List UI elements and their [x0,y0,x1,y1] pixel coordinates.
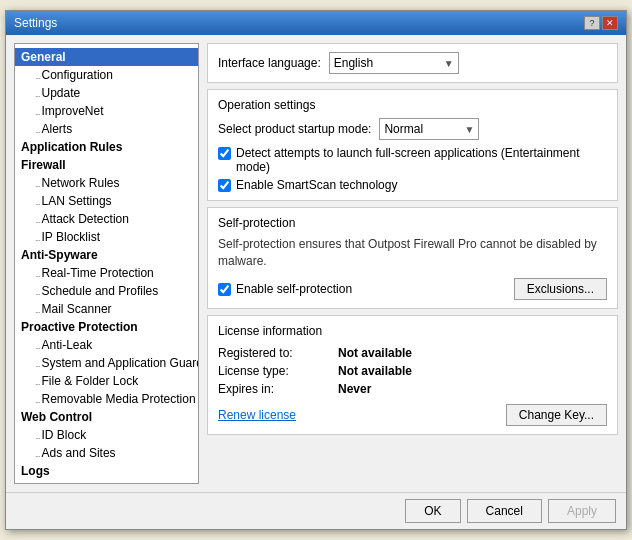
help-button[interactable]: ? [584,16,600,30]
title-bar-buttons: ? ✕ [584,16,618,30]
sidebar-item-schedule-profiles[interactable]: Schedule and Profiles [15,282,198,300]
sidebar-item-general[interactable]: General [15,48,198,66]
self-protection-title: Self-protection [218,216,607,230]
dropdown-arrow-icon: ▼ [444,58,454,69]
checkbox-smartscan-row: Enable SmartScan technology [218,178,607,192]
sidebar-item-file-folder-lock[interactable]: File & Folder Lock [15,372,198,390]
interface-section: Interface language: English ▼ [207,43,618,83]
sidebar-item-proactive-protection[interactable]: Proactive Protection [15,318,198,336]
sidebar-item-ads-sites[interactable]: Ads and Sites [15,444,198,462]
sidebar-item-ip-blocklist[interactable]: IP Blocklist [15,228,198,246]
startup-mode-row: Select product startup mode: Normal ▼ [218,118,607,140]
sidebar-item-anti-spyware[interactable]: Anti-Spyware [15,246,198,264]
license-type-row: License type: Not available [218,362,607,380]
sidebar-item-firewall[interactable]: Firewall [15,156,198,174]
operation-section: Operation settings Select product startu… [207,89,618,201]
license-type-label: License type: [218,362,338,380]
expires-value: Never [338,380,607,398]
license-table: Registered to: Not available License typ… [218,344,607,398]
startup-mode-dropdown[interactable]: Normal ▼ [379,118,479,140]
sidebar-item-application-rules[interactable]: Application Rules [15,138,198,156]
dialog-content: General Configuration Update ImproveNet … [6,35,626,492]
title-bar: Settings ? ✕ [6,11,626,35]
sidebar-item-lan-settings[interactable]: LAN Settings [15,192,198,210]
sidebar-item-anti-leak[interactable]: Anti-Leak [15,336,198,354]
self-protection-checkbox[interactable] [218,283,231,296]
sidebar-item-logs[interactable]: Logs [15,462,198,480]
sidebar-item-improvenet[interactable]: ImproveNet [15,102,198,120]
sidebar-item-network-rules[interactable]: Network Rules [15,174,198,192]
sidebar-item-removable-media[interactable]: Removable Media Protection [15,390,198,408]
expires-label: Expires in: [218,380,338,398]
sidebar-item-configuration[interactable]: Configuration [15,66,198,84]
main-panel: Interface language: English ▼ Operation … [207,43,618,484]
license-registered-row: Registered to: Not available [218,344,607,362]
exclusions-button[interactable]: Exclusions... [514,278,607,300]
sidebar-item-mail-scanner[interactable]: Mail Scanner [15,300,198,318]
checkbox-fullscreen-row: Detect attempts to launch full-screen ap… [218,146,607,174]
license-title: License information [218,324,607,338]
license-type-value: Not available [338,362,607,380]
registered-value: Not available [338,344,607,362]
self-protection-description: Self-protection ensures that Outpost Fir… [218,236,607,270]
sidebar-item-alerts[interactable]: Alerts [15,120,198,138]
ok-button[interactable]: OK [405,499,460,523]
interface-language-row: Interface language: English ▼ [218,52,607,74]
cancel-button[interactable]: Cancel [467,499,542,523]
fullscreen-checkbox[interactable] [218,147,231,160]
license-section: License information Registered to: Not a… [207,315,618,435]
smartscan-label: Enable SmartScan technology [236,178,397,192]
interface-language-dropdown[interactable]: English ▼ [329,52,459,74]
self-protection-row: Enable self-protection Exclusions... [218,278,607,300]
license-expires-row: Expires in: Never [218,380,607,398]
fullscreen-label: Detect attempts to launch full-screen ap… [236,146,607,174]
apply-button[interactable]: Apply [548,499,616,523]
enable-self-prot-row: Enable self-protection [218,282,352,296]
self-protection-section: Self-protection Self-protection ensures … [207,207,618,309]
sidebar-item-system-app-guard[interactable]: System and Application Guard [15,354,198,372]
startup-dropdown-arrow-icon: ▼ [465,124,475,135]
close-button[interactable]: ✕ [602,16,618,30]
interface-language-value: English [334,56,373,70]
dialog-footer: OK Cancel Apply [6,492,626,529]
sidebar-item-id-block[interactable]: ID Block [15,426,198,444]
interface-language-label: Interface language: [218,56,321,70]
self-protection-label: Enable self-protection [236,282,352,296]
sidebar-item-web-control[interactable]: Web Control [15,408,198,426]
sidebar-item-update[interactable]: Update [15,84,198,102]
sidebar-item-realtime-protection[interactable]: Real-Time Protection [15,264,198,282]
renew-license-link[interactable]: Renew license [218,408,296,422]
change-key-button[interactable]: Change Key... [506,404,607,426]
startup-mode-label: Select product startup mode: [218,122,371,136]
registered-label: Registered to: [218,344,338,362]
sidebar-item-attack-detection[interactable]: Attack Detection [15,210,198,228]
license-bottom-row: Renew license Change Key... [218,404,607,426]
settings-dialog: Settings ? ✕ General Configuration Updat… [5,10,627,530]
sidebar-tree: General Configuration Update ImproveNet … [14,43,199,484]
operation-title: Operation settings [218,98,607,112]
dialog-title: Settings [14,16,57,30]
smartscan-checkbox[interactable] [218,179,231,192]
startup-mode-value: Normal [384,122,423,136]
